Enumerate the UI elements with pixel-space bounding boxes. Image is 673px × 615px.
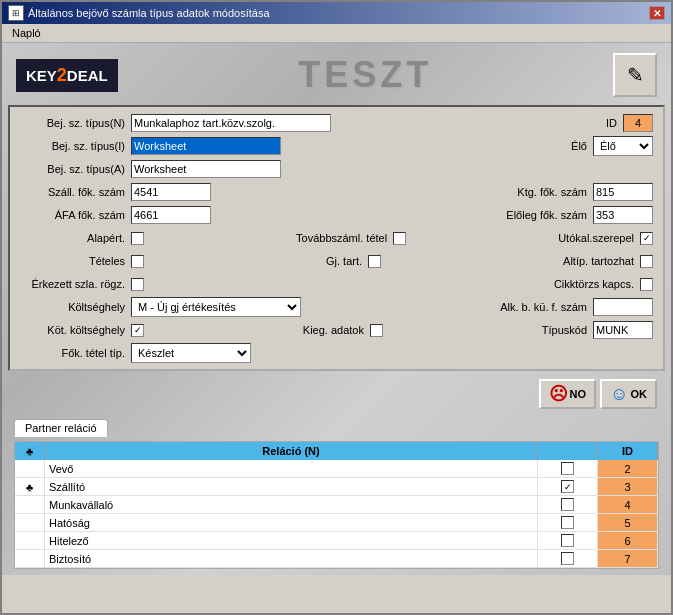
tipuskod-input[interactable]	[593, 321, 653, 339]
gj-tart-checkbox[interactable]	[368, 255, 381, 268]
tovabbszaml-checkbox[interactable]	[393, 232, 406, 245]
tab-partner-relacio[interactable]: Partner reláció	[14, 419, 108, 437]
szall-label: Száll. fők. szám	[20, 186, 125, 198]
row-name-hatosag: Hatóság	[45, 514, 538, 531]
form-panel: Bej. sz. típus(N) ID Bej. sz. típus(I) É…	[8, 105, 665, 371]
form-row-7: Tételes Gj. tart. Altíp. tartozhat	[20, 251, 653, 271]
main-window: ⊞ Általános bejövő számla típus adatok m…	[0, 0, 673, 615]
form-row-10: Köt. költséghely ✓ Kieg. adatok Típuskód	[20, 320, 653, 340]
id-label: ID	[606, 117, 617, 129]
ktg-label: Ktg. fők. szám	[517, 186, 587, 198]
no-button[interactable]: ☹ NO	[539, 379, 597, 409]
top-section: KEY 2 DEAL TESZT ✎	[8, 49, 665, 101]
szallito-checkbox[interactable]: ✓	[561, 480, 574, 493]
row-id-munkavallalo: 4	[598, 496, 658, 513]
cikktorzs-checkbox[interactable]	[640, 278, 653, 291]
ok-button[interactable]: ☺ OK	[600, 379, 657, 409]
bej-a-label: Bej. sz. típus(A)	[20, 163, 125, 175]
row-check-munkavallalo[interactable]	[538, 496, 598, 513]
row-check-szallito[interactable]: ✓	[538, 478, 598, 495]
no-label: NO	[570, 388, 587, 400]
table-row: Munkavállaló 4	[15, 496, 658, 514]
row-check-vevo[interactable]	[538, 460, 598, 477]
table-row: ♣ Szállító ✓ 3	[15, 478, 658, 496]
close-button[interactable]: ✕	[649, 6, 665, 20]
logo-num: 2	[57, 65, 67, 86]
afa-label: ÁFA fők. szám	[20, 209, 125, 221]
row-name-hitelező: Hitelező	[45, 532, 538, 549]
eloleg-input[interactable]	[593, 206, 653, 224]
koltsaghely-select[interactable]: M - Új gj értékesítés	[131, 297, 301, 317]
row-id-vevo: 2	[598, 460, 658, 477]
row-name-vevo: Vevő	[45, 460, 538, 477]
menu-bar: Napló	[2, 24, 671, 43]
row-check-hatosag[interactable]	[538, 514, 598, 531]
elo-label: Élő	[571, 140, 587, 152]
id-input[interactable]	[623, 114, 653, 132]
row-id-hatosag: 5	[598, 514, 658, 531]
utokat-label: Utókal.szerepel	[558, 232, 634, 244]
row-icon-vevo	[15, 460, 45, 477]
row-icon-munkavallalo	[15, 496, 45, 513]
kieg-checkbox[interactable]	[370, 324, 383, 337]
table-section: ♣ Reláció (N) ID Vevő 2	[14, 441, 659, 569]
window-icon: ⊞	[8, 5, 24, 21]
ktg-input[interactable]	[593, 183, 653, 201]
altip-label: Altíp. tartozhat	[563, 255, 634, 267]
form-row-3: Bej. sz. típus(A)	[20, 159, 653, 179]
row-check-biztosito[interactable]	[538, 550, 598, 567]
form-row-6: Alapért. Továbbszáml. tétel Utókal.szere…	[20, 228, 653, 248]
fok-tetel-label: Fők. tétel típ.	[20, 347, 125, 359]
form-row-1: Bej. sz. típus(N) ID	[20, 113, 653, 133]
menu-naplo[interactable]: Napló	[8, 26, 45, 40]
table-row: Hatóság 5	[15, 514, 658, 532]
tab-bar: Partner reláció	[8, 417, 665, 437]
kot-koltsaghely-checkbox[interactable]: ✓	[131, 324, 144, 337]
background-area: KEY 2 DEAL TESZT ✎ Bej. sz. típus(N) ID …	[2, 43, 671, 575]
title-bar: ⊞ Általános bejövő számla típus adatok m…	[2, 2, 671, 24]
koltsaghely-label: Költséghely	[20, 301, 125, 313]
col-relacio-header: Reláció (N)	[45, 442, 538, 460]
logo-key: KEY	[26, 67, 57, 84]
table-header: ♣ Reláció (N) ID	[15, 442, 658, 460]
hatosag-checkbox[interactable]	[561, 516, 574, 529]
bej-i-input[interactable]	[131, 137, 281, 155]
no-icon: ☹	[549, 383, 568, 405]
alapert-checkbox[interactable]	[131, 232, 144, 245]
altip-checkbox[interactable]	[640, 255, 653, 268]
cikktorzs-label: Cikktörzs kapcs.	[554, 278, 634, 290]
szall-input[interactable]	[131, 183, 211, 201]
utokat-checkbox[interactable]: ✓	[640, 232, 653, 245]
col-icon-header: ♣	[15, 442, 45, 460]
row-icon-szallito: ♣	[15, 478, 45, 495]
button-area: ☹ NO ☺ OK	[8, 375, 665, 413]
alk-label: Alk. b. kü. f. szám	[500, 301, 587, 313]
row-name-munkavallalo: Munkavállaló	[45, 496, 538, 513]
biztosito-checkbox[interactable]	[561, 552, 574, 565]
hitelező-checkbox[interactable]	[561, 534, 574, 547]
teteles-checkbox[interactable]	[131, 255, 144, 268]
form-row-8: Érkezett szla. rögz. Cikktörzs kapcs.	[20, 274, 653, 294]
afa-input[interactable]	[131, 206, 211, 224]
top-right-button[interactable]: ✎	[613, 53, 657, 97]
fok-tetel-select[interactable]: Készlet	[131, 343, 251, 363]
alk-input[interactable]	[593, 298, 653, 316]
table-row: Vevő 2	[15, 460, 658, 478]
bej-n-input[interactable]	[131, 114, 331, 132]
col-id-header: ID	[598, 442, 658, 460]
row-icon-hatosag	[15, 514, 45, 531]
row-check-hitelező[interactable]	[538, 532, 598, 549]
erkezett-checkbox[interactable]	[131, 278, 144, 291]
alapert-label: Alapért.	[20, 232, 125, 244]
form-row-11: Fők. tétel típ. Készlet	[20, 343, 653, 363]
edit-icon: ✎	[627, 63, 644, 87]
table-row: Hitelező 6	[15, 532, 658, 550]
vevo-checkbox[interactable]	[561, 462, 574, 475]
bej-n-label: Bej. sz. típus(N)	[20, 117, 125, 129]
bej-i-label: Bej. sz. típus(I)	[20, 140, 125, 152]
bej-a-input[interactable]	[131, 160, 281, 178]
munkavallalo-checkbox[interactable]	[561, 498, 574, 511]
row-name-biztosito: Biztosító	[45, 550, 538, 567]
ok-icon: ☺	[610, 384, 628, 405]
elo-select[interactable]: Élő	[593, 136, 653, 156]
